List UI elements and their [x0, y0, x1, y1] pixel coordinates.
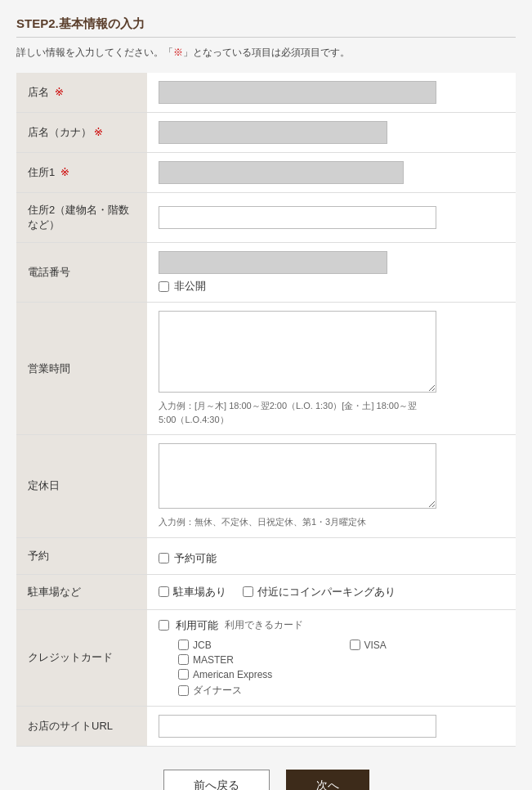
- row-closed-days: 定休日 入力例：無休、不定休、日祝定休、第1・3月曜定休: [16, 435, 516, 538]
- label-address1: 住所1 ※: [16, 153, 147, 193]
- page-subtitle: 詳しい情報を入力してください。「※」となっている項目は必須項目です。: [16, 46, 516, 60]
- input-cell-store-name-kana: [147, 113, 516, 153]
- closed-days-hint: 入力例：無休、不定休、日祝定休、第1・3月曜定休: [159, 515, 504, 529]
- row-phone: 電話番号 非公開: [16, 243, 516, 303]
- input-cell-phone: 非公開: [147, 243, 516, 303]
- back-button[interactable]: 前へ戻る: [163, 770, 270, 791]
- coin-parking-label: 付近にコインパーキングあり: [257, 585, 396, 599]
- card-visa-checkbox[interactable]: [350, 640, 360, 650]
- row-website: お店のサイトURL: [16, 706, 516, 746]
- form-table: 店名 ※ 店名（カナ）※ 住所1 ※: [16, 73, 516, 747]
- input-cell-website: [147, 706, 516, 746]
- reservation-checkbox[interactable]: [159, 553, 169, 563]
- page-title: STEP2.基本情報の入力: [16, 16, 516, 38]
- credit-available-checkbox[interactable]: [159, 620, 169, 631]
- phone-private-checkbox[interactable]: [159, 281, 169, 292]
- card-master-label: MASTER: [193, 654, 234, 666]
- row-address1: 住所1 ※: [16, 153, 516, 193]
- card-types-label: 利用できるカード: [225, 618, 303, 632]
- phone-private-label: 非公開: [174, 279, 206, 294]
- reservation-label: 予約可能: [174, 551, 217, 566]
- store-name-input[interactable]: [159, 81, 436, 104]
- closed-days-textarea[interactable]: [159, 443, 436, 509]
- card-amex-label: American Express: [193, 669, 272, 680]
- address1-input[interactable]: [159, 161, 404, 184]
- card-jcb-checkbox[interactable]: [178, 640, 189, 650]
- hours-textarea[interactable]: [159, 311, 436, 393]
- row-parking: 駐車場など 駐車場あり 付近にコインパーキングあり: [16, 574, 516, 609]
- label-hours: 営業時間: [16, 303, 147, 435]
- card-diners-checkbox[interactable]: [178, 685, 189, 696]
- row-address2: 住所2（建物名・階数など）: [16, 193, 516, 243]
- row-store-name-kana: 店名（カナ）※: [16, 113, 516, 153]
- input-cell-address2: [147, 193, 516, 243]
- website-input[interactable]: [159, 715, 436, 738]
- card-jcb-label: JCB: [193, 640, 212, 651]
- row-store-name: 店名 ※: [16, 73, 516, 113]
- label-store-name-kana: 店名（カナ）※: [16, 113, 147, 153]
- input-cell-address1: [147, 153, 516, 193]
- hours-hint: 入力例：[月～木] 18:00～翌2:00（L.O. 1:30）[金・土] 18…: [159, 399, 504, 426]
- card-master-checkbox[interactable]: [178, 654, 189, 665]
- credit-available-label: 利用可能: [176, 618, 218, 633]
- parking-label: 駐車場あり: [173, 585, 226, 599]
- input-cell-store-name: [147, 73, 516, 113]
- button-bar: 前へ戻る 次へ: [16, 770, 516, 791]
- card-diners-label: ダイナース: [193, 684, 242, 698]
- input-cell-credit: 利用可能 利用できるカード JCB VISA: [147, 609, 516, 706]
- label-reservation: 予約: [16, 537, 147, 574]
- card-amex-checkbox[interactable]: [178, 669, 189, 680]
- label-website: お店のサイトURL: [16, 706, 147, 746]
- label-closed-days: 定休日: [16, 435, 147, 538]
- label-phone: 電話番号: [16, 243, 147, 303]
- input-cell-parking: 駐車場あり 付近にコインパーキングあり: [147, 574, 516, 609]
- store-name-kana-input[interactable]: [159, 121, 387, 144]
- coin-parking-checkbox[interactable]: [243, 586, 253, 597]
- input-cell-hours: 入力例：[月～木] 18:00～翌2:00（L.O. 1:30）[金・土] 18…: [147, 303, 516, 435]
- input-cell-reservation: 予約可能: [147, 537, 516, 574]
- row-hours: 営業時間 入力例：[月～木] 18:00～翌2:00（L.O. 1:30）[金・…: [16, 303, 516, 435]
- phone-input[interactable]: [159, 251, 387, 274]
- input-cell-closed-days: 入力例：無休、不定休、日祝定休、第1・3月曜定休: [147, 435, 516, 538]
- next-button[interactable]: 次へ: [286, 770, 369, 791]
- label-parking: 駐車場など: [16, 574, 147, 609]
- parking-checkbox[interactable]: [159, 586, 169, 597]
- address2-input[interactable]: [159, 206, 436, 229]
- card-visa-label: VISA: [364, 640, 387, 651]
- label-store-name: 店名 ※: [16, 73, 147, 113]
- label-address2: 住所2（建物名・階数など）: [16, 193, 147, 243]
- label-credit: クレジットカード: [16, 609, 147, 706]
- row-reservation: 予約 予約可能: [16, 537, 516, 574]
- row-credit: クレジットカード 利用可能 利用できるカード JCB: [16, 609, 516, 706]
